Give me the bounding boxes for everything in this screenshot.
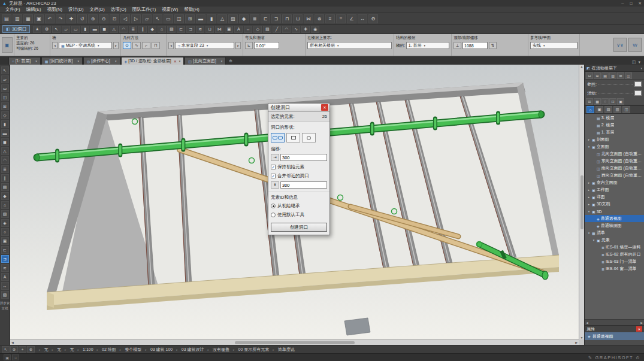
column-button[interactable]: ▮ (81, 26, 89, 33)
object-tool[interactable]: ◈ (1, 219, 9, 227)
fit-in-window-button[interactable]: ⊡ (110, 14, 119, 23)
fitting-tool-button[interactable]: ⊓ (282, 14, 292, 23)
menu-item[interactable]: 设计(D) (65, 7, 86, 13)
beam-button[interactable]: ▬ (90, 26, 99, 33)
duct-button[interactable]: ⊏ (177, 26, 185, 33)
equipment-tool[interactable]: ▣ (1, 237, 9, 245)
terminal-tool-button[interactable]: ⊔ (293, 14, 303, 23)
text-button[interactable]: A (234, 26, 243, 33)
properties-close-button[interactable]: ✕ (636, 326, 642, 332)
arc-button[interactable]: ◠ (282, 26, 291, 33)
navigator-item[interactable]: ▤ 1. 首层 (585, 129, 644, 136)
navigator-item[interactable]: ▾ ▣ 3D (585, 208, 644, 215)
navigator-item[interactable]: ▸ ▣ 工作图 (585, 186, 644, 193)
settings-button[interactable]: ⚙ (368, 14, 378, 23)
scroll-thumb[interactable] (235, 341, 355, 344)
shape-rect-button[interactable] (286, 133, 300, 142)
shape-circle-button[interactable] (302, 133, 316, 142)
keep-elements-checkbox[interactable]: ✓ 保持初始元素 (268, 162, 329, 171)
new-tab-button[interactable]: ⊕ (226, 57, 234, 65)
inherit-radio[interactable]: 从初始继承 (268, 201, 329, 210)
duct-tool-button[interactable]: ⊏ (261, 14, 270, 23)
bottom-bar-icon[interactable]: ▣ (4, 354, 11, 360)
panel-icon[interactable]: ⊟ (586, 72, 593, 79)
navigator-map-icon[interactable]: ▥ (613, 106, 621, 113)
horizontal-scrollbar[interactable]: ◀▶ (10, 339, 579, 345)
marquee-button[interactable]: ▱ (142, 14, 152, 23)
measure-button[interactable]: ↔ (358, 14, 367, 23)
marquee-select-button[interactable]: ▱ (62, 26, 70, 33)
stair-button[interactable]: ≣ (129, 26, 137, 33)
reference-line-dropdown[interactable]: 实线 (530, 42, 578, 49)
scroll-right-icon[interactable]: ▶ (575, 341, 578, 344)
navigator-item[interactable]: ▸ ▣ 3D文档 (585, 201, 644, 208)
prev-element-button[interactable]: ◂ (168, 42, 174, 49)
view-tab[interactable]: ⌂ [1: 首层] (8, 57, 41, 65)
door-tool[interactable]: ◫ (1, 93, 9, 101)
menu-item[interactable]: 选项(O) (108, 7, 129, 13)
pan-button[interactable]: ✚ (66, 14, 76, 23)
label-button[interactable]: ◇ (253, 26, 262, 33)
morph-tool[interactable]: ◆ (1, 192, 9, 200)
navigator-item[interactable]: ▾ ▣ 元素 (585, 236, 644, 244)
wireframe-button[interactable]: W (628, 38, 642, 52)
navigator-item[interactable]: ◫ 南向立面图 (自动重建) (585, 165, 644, 172)
geometry-straight-button[interactable]: ⊙ (123, 42, 131, 49)
shell-tool[interactable]: ◠ (1, 156, 9, 164)
panel-icon[interactable]: ⊠ (617, 72, 624, 79)
navigator-item[interactable]: ▤ 3. 楼层 (585, 114, 644, 122)
dialog-titlebar[interactable]: 创建洞口 ✕ (268, 104, 329, 112)
active-value-box[interactable] (634, 90, 642, 96)
layers-button[interactable]: ≡ (325, 14, 335, 23)
menu-item[interactable]: 文件(F) (2, 7, 23, 13)
home-story-dropdown[interactable]: 1. 首层 (406, 42, 449, 49)
object-tool-button[interactable]: ◆ (239, 14, 249, 23)
slab-button[interactable]: ◼ (100, 26, 108, 33)
tree-arrow-icon[interactable]: ▸ (587, 181, 591, 184)
tree-arrow-icon[interactable]: ▾ (592, 238, 595, 242)
wall-tool-button[interactable]: ▭ (164, 14, 173, 23)
navigator-map-icon[interactable]: ▤ (604, 106, 612, 113)
zoom-out-button[interactable]: ⊖ (99, 14, 108, 23)
maximize-button[interactable]: □ (630, 1, 633, 6)
navigator-item[interactable]: ◫ 东向立面图 (自动重建) (585, 157, 644, 165)
close-button[interactable]: ✕ (639, 1, 642, 6)
next-view-button[interactable]: ▷ (131, 14, 141, 23)
dimension-button[interactable]: ↔ (244, 26, 252, 33)
view-tab[interactable]: ◫ [北向立面图] (185, 57, 226, 65)
favorites-button[interactable]: ★ (33, 26, 41, 33)
panel-icon[interactable]: ⊞ (594, 72, 601, 79)
select-tool[interactable]: ↖ (1, 66, 9, 74)
tab-close-icon[interactable]: ✕ (174, 59, 177, 63)
navigator-map-icon[interactable]: ▣ (595, 106, 603, 113)
elevation-offset-input[interactable] (462, 42, 488, 49)
line-button[interactable]: ╱ (273, 26, 281, 33)
minimize-button[interactable]: ─ (621, 1, 624, 6)
navigator-map-icon[interactable]: ◫ (622, 106, 630, 113)
panel-icon[interactable]: ◫ (625, 72, 632, 79)
navigator-map-icon[interactable]: ⌂ (586, 106, 594, 113)
navigator-item[interactable]: ▾ ▦ 清单 (585, 229, 644, 236)
panel-icon[interactable]: ⌂ (601, 98, 609, 105)
quick-option-item[interactable]: 整个模型 (116, 347, 142, 353)
view-tab[interactable]: ◎ [操作中心] (83, 57, 120, 65)
reference-value-box[interactable] (634, 81, 642, 87)
quick-option-item[interactable]: 没有覆盖 (204, 347, 229, 353)
select-button[interactable]: ↖ (52, 26, 61, 33)
marquee-tool[interactable]: ▱ (1, 75, 9, 83)
redo-button[interactable]: ↷ (56, 14, 65, 23)
quick-option-item[interactable]: 02 绘图 (93, 347, 116, 353)
prev-favorite-button[interactable]: ◂ (52, 42, 58, 49)
scroll-up-icon[interactable]: ▲ (580, 65, 583, 68)
create-opening-button[interactable]: 创建洞口 (271, 223, 327, 232)
arrow-tool-button[interactable]: ↖ (153, 14, 162, 23)
camera-button[interactable]: ◉ (311, 26, 319, 33)
lamp-tool[interactable]: ○ (1, 228, 9, 236)
column-tool-button[interactable]: ▮ (207, 14, 216, 23)
plane-offset-input[interactable] (280, 181, 327, 189)
navigator-item[interactable]: ≣ IES-04 窗—清单 (585, 265, 644, 272)
menu-item[interactable]: 编辑(E) (23, 7, 44, 13)
undo-button[interactable]: ↶ (45, 14, 55, 23)
roof-button[interactable]: △ (110, 26, 118, 33)
next-element-button[interactable]: ▸ (235, 42, 241, 49)
